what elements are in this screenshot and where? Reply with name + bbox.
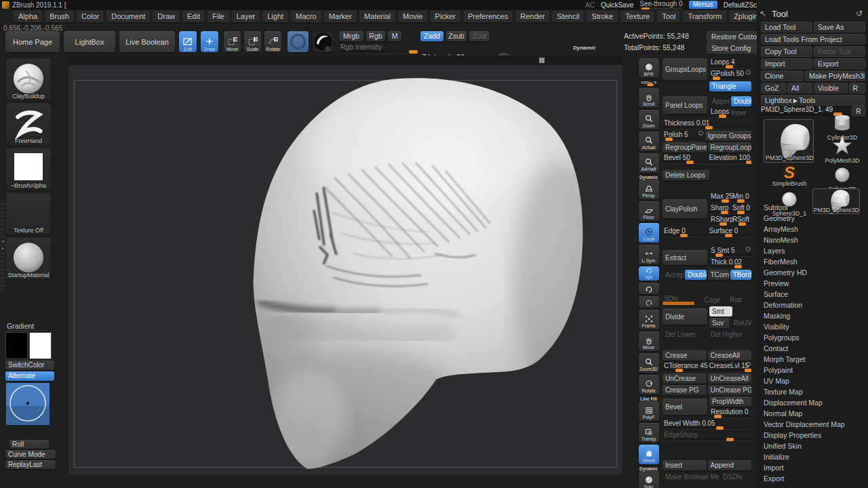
subpalette-unified-skin[interactable]: Unified Skin	[764, 441, 865, 451]
floor-button[interactable]: Floor	[639, 201, 659, 221]
tool-thumb-simplebrush[interactable]: S SimpleBrush	[769, 165, 810, 187]
bevel-50-slider[interactable]: Bevel 50	[663, 154, 707, 164]
edit-button[interactable]: Edit	[179, 31, 197, 52]
right-shelf-aahalf[interactable]: AAHalf	[639, 153, 659, 173]
alternate-button[interactable]: Alternate	[5, 371, 54, 381]
subpalette-layers[interactable]: Layers	[764, 245, 865, 256]
s-smt-5-slider[interactable]: S Smt 5	[709, 247, 751, 257]
bpr-button[interactable]: BPR	[639, 58, 659, 78]
bevel-50-handle[interactable]	[686, 161, 694, 164]
rsharp-handle[interactable]	[719, 222, 727, 226]
right-shelf-persp[interactable]: DynamicPersp	[639, 175, 659, 199]
move-button[interactable]: M Move	[224, 31, 241, 52]
subpalette-deformation[interactable]: Deformation	[764, 300, 865, 310]
triangle-button[interactable]: Triangle	[709, 81, 751, 92]
actual-button[interactable]: Actual	[639, 131, 659, 151]
subpalette-masking[interactable]: Masking	[764, 310, 865, 321]
ctolerance-45-handle[interactable]	[675, 369, 683, 372]
tcorne-button[interactable]: TCorne	[708, 270, 729, 280]
palette-history-icon[interactable]: ↺	[856, 9, 863, 18]
draw-button[interactable]: Draw	[201, 31, 218, 52]
aahalf-button[interactable]: AAHalf	[639, 153, 659, 173]
transp-button[interactable]: Transp	[639, 423, 659, 443]
subpalette-subtool[interactable]: Subtool	[764, 202, 865, 213]
live-boolean-button[interactable]: Live Boolean	[119, 31, 175, 52]
loops-handle[interactable]	[719, 115, 726, 118]
subpalette-polygroups[interactable]: Polygroups	[764, 332, 865, 343]
loops-4-handle[interactable]	[726, 65, 733, 68]
curve-mode-button[interactable]: Curve Mode	[5, 450, 56, 459]
loops-4-slider[interactable]: Loops 4	[709, 58, 751, 68]
right-shelf-transp[interactable]: Transp	[639, 423, 659, 443]
subpalette-morph-target[interactable]: Morph Target	[764, 354, 865, 365]
subpalette-normal-map[interactable]: Normal Map	[764, 408, 865, 419]
export-button[interactable]: Export	[814, 58, 865, 69]
rsharp-slider[interactable]: RSharp	[709, 216, 730, 226]
mrgb-button[interactable]: Mrgb	[339, 31, 363, 41]
zoom-button[interactable]: Zoom	[639, 110, 659, 129]
menu-tool[interactable]: Tool	[657, 11, 680, 22]
edge-0-slider[interactable]: Edge 0	[663, 227, 707, 237]
subpalette-texture-map[interactable]: Texture Map	[764, 386, 865, 397]
menu-file[interactable]: File	[208, 11, 229, 22]
rsoft-5-slider[interactable]: RSoft 5	[731, 216, 751, 226]
menu-preferences[interactable]: Preferences	[463, 11, 513, 22]
resolution-0-slider[interactable]: Resolution 0	[709, 408, 751, 418]
right-shelf-move[interactable]: Move	[639, 331, 659, 351]
sdiv-slider[interactable]: SDiv	[663, 295, 701, 305]
palette-back-arrow-icon[interactable]: ↖	[760, 9, 766, 18]
s-smt-5-handle[interactable]	[715, 253, 723, 257]
menu-macro[interactable]: Macro	[291, 11, 321, 22]
stroke-preview-button[interactable]	[288, 31, 309, 52]
copy-tool-button[interactable]: Copy Tool	[761, 46, 812, 57]
menu-brush[interactable]: Brush	[45, 11, 74, 22]
min-0-slider[interactable]: Min 0	[731, 192, 751, 203]
menus-button[interactable]: Menus	[689, 1, 717, 9]
subpalette-vector-displacement-map[interactable]: Vector Displacement Map	[764, 419, 865, 430]
paste-tool-button[interactable]: Paste Tool	[814, 46, 865, 57]
tray-divider-strip[interactable]: ◂ ▸	[0, 203, 5, 291]
menu-light[interactable]: Light	[262, 11, 288, 22]
thickness-0-01-slider[interactable]: Thickness 0.01	[663, 119, 751, 129]
secondary-color-swatch[interactable]	[29, 332, 52, 359]
menu-layer[interactable]: Layer	[232, 11, 260, 22]
right-shelf-polyf[interactable]: Line FillPolyF	[639, 396, 659, 421]
subpalette-displacement-map[interactable]: Displacement Map	[764, 397, 865, 408]
subpalette-contact[interactable]: Contact	[764, 343, 865, 354]
creaselvl-15-handle[interactable]	[745, 369, 751, 372]
right-shelf-zoom3d[interactable]: Zoom3D	[639, 353, 659, 373]
menu-texture[interactable]: Texture	[620, 11, 654, 22]
max-25-slider[interactable]: Max 25	[709, 192, 730, 203]
current-stroke-thumbnail[interactable]: FreeHand	[5, 102, 52, 146]
tray-handle[interactable]	[539, 58, 545, 63]
polish-5-curve-dot[interactable]	[698, 131, 703, 136]
xyz-button[interactable]: xyz	[639, 266, 659, 281]
bevel-button[interactable]: Bevel	[663, 399, 707, 415]
load-tools-from-project-button[interactable]: Load Tools From Project	[761, 34, 865, 45]
current-texture-thumbnail[interactable]: Texture Off	[5, 192, 52, 235]
gpolish-50-slider[interactable]: GPolish 50	[709, 70, 751, 80]
min-0-handle[interactable]	[737, 199, 745, 203]
creaselvl-15-slider[interactable]: CreaseLvl 15	[708, 362, 752, 372]
menu-material[interactable]: Material	[359, 11, 395, 22]
subpalette-export[interactable]: Export	[764, 473, 865, 484]
soft-0-slider[interactable]: Soft 0	[731, 204, 751, 214]
thickness-0-01-handle[interactable]	[705, 126, 713, 129]
frame-button[interactable]: Frame	[639, 310, 659, 329]
menu-stencil[interactable]: Stencil	[552, 11, 584, 22]
save-as-button[interactable]: Save As	[814, 22, 865, 33]
import-button[interactable]: Import	[761, 58, 812, 69]
selected-tool-thumbnail[interactable]: PM3D_Sphere3D	[764, 119, 814, 163]
right-shelf-solo[interactable]: DynamicSolo	[639, 466, 659, 488]
main-color-swatch[interactable]	[5, 332, 28, 359]
groupsloops-button[interactable]: GroupsLoops	[663, 58, 707, 80]
mini-button[interactable]	[639, 283, 659, 294]
resolution-0-handle[interactable]	[714, 415, 722, 418]
menu-document[interactable]: Document	[106, 11, 150, 22]
clone-button[interactable]: Clone	[761, 70, 804, 81]
lightbox-button[interactable]: LightBox	[64, 31, 115, 52]
menu-render[interactable]: Render	[515, 11, 549, 22]
regrouploops-button[interactable]: RegroupLoops	[708, 142, 752, 152]
gradient-toggle[interactable]: Gradient	[7, 322, 46, 331]
home-page-button[interactable]: Home Page	[5, 31, 60, 52]
